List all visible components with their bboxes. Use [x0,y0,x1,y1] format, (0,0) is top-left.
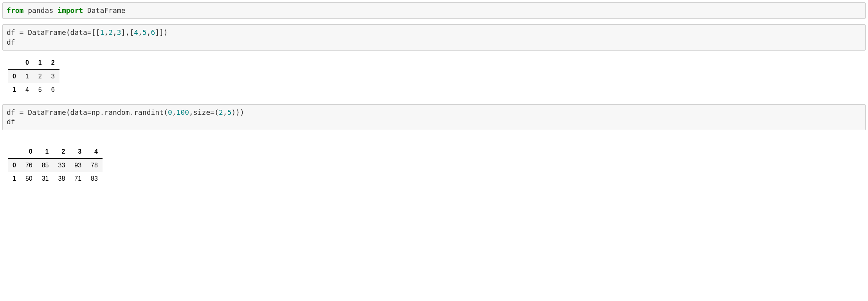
row-index: 1 [8,83,21,96]
dataframe-output: 012340768533937815031387183 [8,145,103,185]
table-header-row: 012 [8,56,59,70]
code-token: np [92,108,100,116]
code-token: , [113,28,117,36]
code-token: = [87,28,92,36]
code-token: , [223,108,227,116]
column-header: 2 [47,56,59,70]
spacer [2,136,866,143]
table-cell: 50 [21,172,37,185]
code-token: import [58,6,83,15]
table-cell: 3 [47,69,59,83]
notebook-container: from pandas import DataFramedf = DataFra… [2,2,866,185]
code-token: [[ [92,28,100,36]
code-cell[interactable]: df = DataFrame(data=np.random.randint(0,… [2,104,866,131]
column-header: 3 [70,145,86,159]
code-token: , [104,28,108,36]
code-token: , [138,28,142,36]
table-cell: 85 [37,159,54,172]
row-index: 0 [8,159,21,172]
column-header: 1 [37,145,54,159]
code-token: from [7,6,23,15]
code-token: DataFrame [83,6,125,15]
code-token: 4 [134,28,138,36]
code-token: DataFrame(data [23,108,87,116]
table-corner-cell [8,56,21,70]
code-token: ,size [189,108,210,116]
table-cell: 31 [37,172,54,185]
code-cell[interactable]: df = DataFrame(data=[[1,2,3],[4,5,6]]) d… [2,24,866,51]
code-token: 3 [117,28,121,36]
code-token: df [7,28,20,36]
column-header: 2 [54,145,70,159]
table-cell: 78 [86,159,103,172]
code-token: random [104,108,130,116]
table-cell: 5 [34,83,47,96]
code-token: DataFrame(data [23,28,87,36]
column-header: 4 [86,145,103,159]
code-token: 5 [227,108,232,116]
code-token: 0 [168,108,172,116]
code-token: = [87,108,92,116]
code-token: = [20,108,24,116]
table-row: 15031387183 [8,172,103,185]
code-token: , [172,108,176,116]
table-row: 07685339378 [8,159,103,172]
code-token: 100 [176,108,189,116]
code-token: = [20,28,24,36]
code-token: pandas [23,6,58,15]
code-token: 2 [108,28,113,36]
code-token: . [130,108,134,116]
table-cell: 38 [54,172,70,185]
table-cell: 1 [21,69,34,83]
code-token: ( [214,108,219,116]
table-cell: 71 [70,172,86,185]
code-token: randint( [134,108,168,116]
table-cell: 76 [21,159,37,172]
code-token: df [7,108,20,116]
code-token: , [147,28,151,36]
table-cell: 6 [47,83,59,96]
table-corner-cell [8,145,21,159]
table-header-row: 01234 [8,145,103,159]
code-token: = [210,108,214,116]
column-header: 0 [21,56,34,70]
code-token: 5 [142,28,147,36]
table-cell: 2 [34,69,47,83]
code-cell[interactable]: from pandas import DataFrame [2,2,866,19]
row-index: 0 [8,69,21,83]
table-cell: 4 [21,83,34,96]
code-token: 2 [219,108,223,116]
dataframe-output: 01201231456 [8,56,59,96]
code-token: 6 [151,28,155,36]
row-index: 1 [8,172,21,185]
code-token: ],[ [121,28,134,36]
table-row: 1456 [8,83,59,96]
code-token: . [100,108,104,116]
code-token: 1 [100,28,104,36]
table-cell: 93 [70,159,86,172]
column-header: 1 [34,56,47,70]
column-header: 0 [21,145,37,159]
table-row: 0123 [8,69,59,83]
table-cell: 33 [54,159,70,172]
table-cell: 83 [86,172,103,185]
